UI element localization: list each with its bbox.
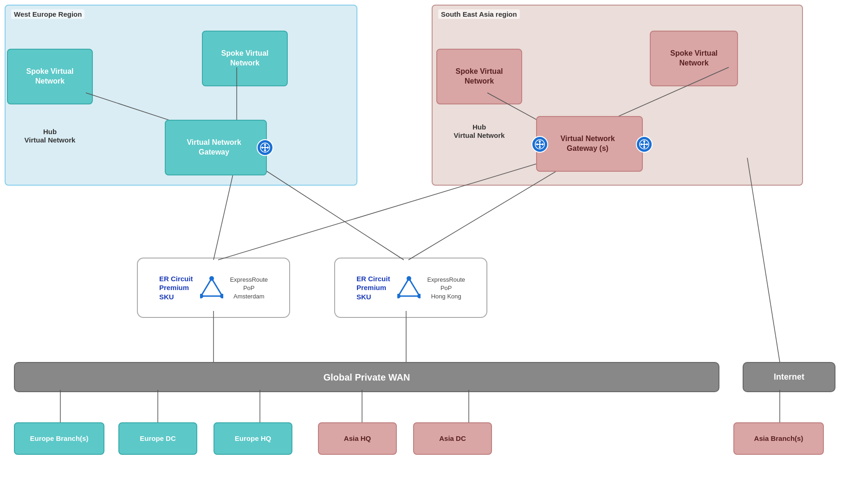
west-region-label: West Europe Region: [11, 9, 84, 19]
sea-gateway-box: Virtual Network Gateway (s): [536, 116, 643, 172]
internet-box: Internet: [743, 362, 835, 392]
west-gateway-box: Virtual Network Gateway: [165, 120, 267, 175]
europe-hq-label: Europe HQ: [235, 434, 271, 443]
west-spoke2-label: Spoke Virtual Network: [221, 49, 269, 68]
sea-gateway-icon-left: [531, 136, 548, 153]
asia-hq-box: Asia HQ: [318, 422, 397, 455]
europe-hq-box: Europe HQ: [214, 422, 292, 455]
europe-branch-label: Europe Branch(s): [30, 434, 89, 443]
sea-hub-label: HubVirtual Network: [454, 123, 505, 139]
sea-gateway-label: Virtual Network Gateway (s): [560, 134, 615, 154]
global-wan-label: Global Private WAN: [324, 371, 410, 383]
asia-branch-box: Asia Branch(s): [733, 422, 824, 455]
global-wan-box: Global Private WAN: [14, 362, 719, 392]
sea-gateway-icon-right: [636, 136, 653, 153]
svg-marker-42: [398, 278, 420, 296]
west-spoke1-label: Spoke Virtual Network: [26, 67, 74, 86]
west-spoke1-box: Spoke Virtual Network: [7, 49, 93, 104]
europe-dc-label: Europe DC: [140, 434, 176, 443]
er-amsterdam-circuit-label: ER CircuitPremiumSKU: [159, 274, 193, 302]
er-amsterdam-pop-label: ExpressRoutePoPAmsterdam: [230, 276, 268, 300]
asia-dc-label: Asia DC: [439, 434, 466, 443]
svg-line-10: [747, 158, 780, 362]
sea-spoke2-label: Spoke Virtual Network: [670, 49, 718, 68]
diagram: West Europe Region South East Asia regio…: [0, 0, 848, 504]
west-gateway-icon: [257, 139, 273, 156]
west-hub-label: HubVirtual Network: [25, 128, 76, 144]
svg-marker-38: [201, 278, 222, 296]
west-hub-label-area: HubVirtual Network: [9, 128, 91, 144]
sea-region-label: South East Asia region: [438, 9, 520, 19]
sea-hub-label-area: HubVirtual Network: [439, 123, 520, 140]
europe-branch-box: Europe Branch(s): [14, 422, 104, 455]
svg-point-40: [220, 294, 223, 298]
sea-spoke1-label: Spoke Virtual Network: [456, 67, 503, 86]
west-gateway-label: Virtual Network Gateway: [187, 138, 241, 157]
er-amsterdam-box: ER CircuitPremiumSKU ExpressRoutePoPAmst…: [137, 258, 290, 318]
svg-point-41: [200, 294, 203, 298]
svg-point-43: [407, 276, 411, 281]
asia-dc-box: Asia DC: [413, 422, 492, 455]
asia-hq-label: Asia HQ: [344, 434, 371, 443]
er-hongkong-circuit-label: ER CircuitPremiumSKU: [356, 274, 390, 302]
west-spoke2-box: Spoke Virtual Network: [202, 31, 288, 86]
sea-spoke1-box: Spoke Virtual Network: [436, 49, 522, 104]
er-hongkong-pop-label: ExpressRoutePoPHong Kong: [427, 276, 465, 300]
asia-branch-label: Asia Branch(s): [754, 434, 803, 443]
internet-label: Internet: [774, 372, 804, 382]
europe-dc-box: Europe DC: [118, 422, 197, 455]
svg-point-44: [417, 294, 421, 298]
er-hongkong-box: ER CircuitPremiumSKU ExpressRoutePoPHong…: [334, 258, 487, 318]
sea-spoke2-box: Spoke Virtual Network: [650, 31, 738, 86]
svg-point-45: [397, 294, 401, 298]
svg-point-39: [209, 276, 214, 281]
